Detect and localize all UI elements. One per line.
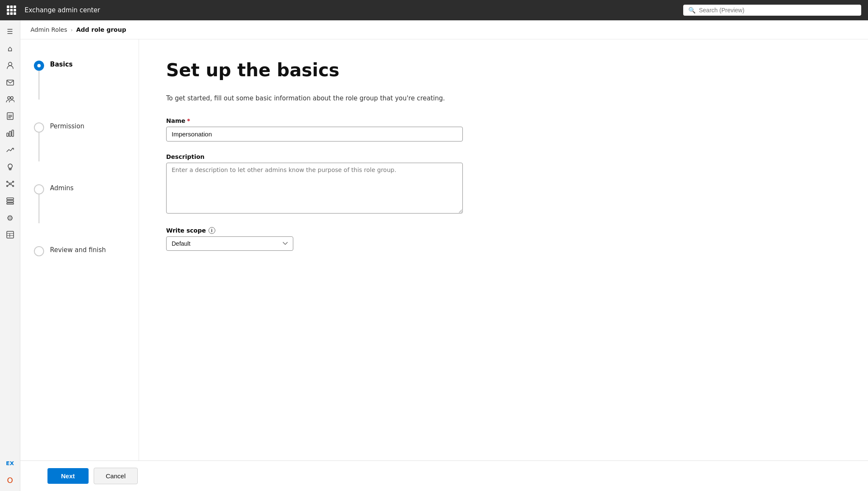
storage-icon[interactable]: [3, 193, 18, 208]
write-scope-info-icon[interactable]: i: [209, 227, 215, 234]
left-rail: ☰ ⌂: [0, 20, 20, 491]
form-area: Set up the basics To get started, fill o…: [139, 39, 868, 460]
name-required-star: *: [187, 117, 190, 124]
step-label-permission: Permission: [50, 122, 84, 130]
svg-rect-15: [7, 203, 14, 204]
step-label-admins: Admins: [50, 183, 74, 192]
step-admins: Admins: [34, 183, 125, 194]
people-icon[interactable]: [3, 92, 18, 107]
description-field-group: Description: [166, 153, 841, 215]
next-button[interactable]: Next: [47, 468, 89, 484]
home-icon[interactable]: ⌂: [3, 41, 18, 56]
step-basics: Basics: [34, 60, 125, 71]
report-icon[interactable]: [3, 108, 18, 124]
step-review: Review and finish: [34, 245, 125, 256]
office-icon[interactable]: O: [3, 472, 18, 488]
app-title: Exchange admin center: [25, 6, 678, 14]
description-textarea[interactable]: [166, 163, 463, 214]
exchange-icon[interactable]: EX: [3, 455, 18, 471]
svg-point-0: [8, 62, 12, 66]
topbar: Exchange admin center 🔍: [0, 0, 868, 20]
search-bar[interactable]: 🔍: [683, 5, 861, 16]
svg-point-9: [6, 181, 8, 183]
svg-rect-13: [7, 198, 14, 200]
search-icon: 🔍: [688, 7, 696, 14]
svg-rect-14: [7, 200, 14, 202]
write-scope-select[interactable]: Default Custom: [166, 236, 293, 251]
step-label-review: Review and finish: [50, 245, 106, 254]
write-scope-field-group: Write scope i Default Custom: [166, 227, 841, 251]
step-circle-admins: [34, 184, 44, 194]
settings-icon[interactable]: ⚙: [3, 210, 18, 225]
svg-point-12: [12, 186, 14, 187]
form-title: Set up the basics: [166, 60, 841, 81]
step-permission: Permission: [34, 122, 125, 133]
network-icon[interactable]: [3, 176, 18, 191]
person-icon[interactable]: [3, 58, 18, 73]
svg-point-8: [9, 183, 11, 185]
main-content: Basics Permission Admins R: [20, 39, 868, 460]
step-circle-basics: [34, 61, 44, 71]
name-input[interactable]: [166, 127, 463, 141]
name-label: Name *: [166, 117, 841, 124]
table-icon[interactable]: [3, 227, 18, 242]
svg-rect-1: [7, 80, 14, 85]
breadcrumb-current: Add role group: [76, 26, 126, 33]
step-label-basics: Basics: [50, 60, 72, 68]
form-description: To get started, fill out some basic info…: [166, 94, 841, 102]
description-label: Description: [166, 153, 841, 160]
breadcrumb-separator: ›: [71, 27, 73, 33]
svg-rect-4: [7, 113, 13, 119]
bar-chart-icon[interactable]: [3, 125, 18, 141]
write-scope-label: Write scope i: [166, 227, 841, 234]
svg-point-2: [8, 97, 10, 99]
breadcrumb: Admin Roles › Add role group: [20, 20, 868, 39]
svg-point-3: [11, 97, 13, 99]
trend-icon[interactable]: [3, 142, 18, 158]
step-circle-permission: [34, 122, 44, 133]
svg-rect-7: [12, 130, 14, 136]
search-input[interactable]: [699, 7, 856, 14]
main-layout: ☰ ⌂: [0, 20, 868, 491]
svg-rect-16: [7, 231, 14, 238]
mail-icon[interactable]: [3, 75, 18, 90]
svg-point-10: [12, 181, 14, 183]
svg-rect-5: [7, 133, 8, 136]
step-circle-review: [34, 246, 44, 256]
bulb-icon[interactable]: [3, 159, 18, 175]
app-grid-icon[interactable]: [7, 6, 16, 15]
menu-icon[interactable]: ☰: [3, 24, 18, 39]
breadcrumb-parent[interactable]: Admin Roles: [31, 26, 67, 33]
svg-rect-6: [9, 131, 11, 136]
write-scope-select-wrapper: Default Custom: [166, 236, 293, 251]
cancel-button[interactable]: Cancel: [94, 468, 138, 484]
content-wrapper: Admin Roles › Add role group Basics Perm…: [20, 20, 868, 491]
name-field-group: Name *: [166, 117, 841, 141]
stepper-sidebar: Basics Permission Admins R: [20, 39, 139, 460]
svg-point-11: [6, 186, 8, 187]
bottom-bar: Next Cancel: [20, 460, 868, 491]
